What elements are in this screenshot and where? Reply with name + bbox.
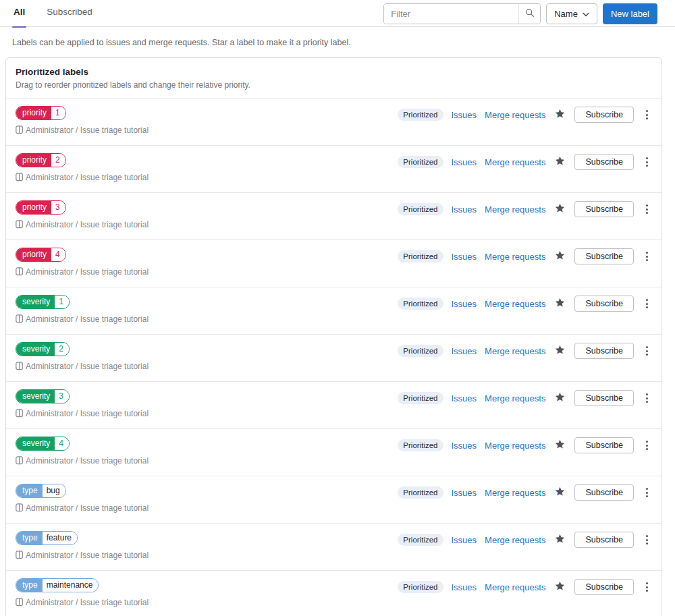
scoped-label[interactable]: type maintenance <box>16 578 99 592</box>
kebab-menu-icon[interactable] <box>642 391 652 405</box>
label-scope-value: maintenance <box>43 579 99 592</box>
star-icon <box>555 581 565 593</box>
project-path-text: Administrator / Issue triage tutorial <box>26 125 148 135</box>
scoped-label[interactable]: priority 1 <box>16 106 66 120</box>
kebab-menu-icon[interactable] <box>642 297 652 310</box>
merge-requests-link[interactable]: Merge requests <box>485 157 545 167</box>
scoped-label[interactable]: priority 4 <box>16 248 66 262</box>
issues-link[interactable]: Issues <box>452 346 477 356</box>
scoped-label[interactable]: priority 2 <box>16 153 66 167</box>
subscribe-button[interactable]: Subscribe <box>574 343 634 359</box>
issues-link[interactable]: Issues <box>452 535 477 545</box>
subscribe-button[interactable]: Subscribe <box>574 154 634 170</box>
star-button[interactable] <box>554 343 566 358</box>
scoped-label[interactable]: severity 4 <box>16 437 70 451</box>
subscribe-button[interactable]: Subscribe <box>574 484 634 501</box>
tab-all[interactable]: All <box>12 0 26 27</box>
subscribe-button[interactable]: Subscribe <box>574 201 634 217</box>
merge-requests-link[interactable]: Merge requests <box>485 488 545 498</box>
label-info: severity 4 Administrator / Issue triage … <box>16 437 154 467</box>
kebab-menu-icon[interactable] <box>642 344 652 358</box>
kebab-menu-icon[interactable] <box>642 155 652 169</box>
merge-requests-link[interactable]: Merge requests <box>485 582 545 592</box>
star-button[interactable] <box>554 296 566 311</box>
label-scope-key: severity <box>16 296 55 308</box>
issues-link[interactable]: Issues <box>452 393 477 403</box>
scoped-label[interactable]: type feature <box>16 531 78 545</box>
project-path: Administrator / Issue triage tutorial <box>16 172 154 184</box>
issues-link[interactable]: Issues <box>452 157 477 167</box>
kebab-menu-icon[interactable] <box>642 108 652 121</box>
kebab-menu-icon[interactable] <box>642 486 652 499</box>
merge-requests-link[interactable]: Merge requests <box>485 393 545 403</box>
issues-link[interactable]: Issues <box>452 110 477 120</box>
label-row: type bug Administrator / Issue triage tu… <box>6 476 662 524</box>
scoped-label[interactable]: severity 1 <box>16 295 70 309</box>
label-row: priority 3 Administrator / Issue triage … <box>6 193 662 240</box>
kebab-menu-icon[interactable] <box>642 250 652 263</box>
label-actions: Prioritized Issues Merge requests Subscr… <box>398 579 652 595</box>
label-scope-key: severity <box>16 390 55 403</box>
issues-link[interactable]: Issues <box>452 299 477 309</box>
filter-input[interactable] <box>384 4 518 24</box>
star-button[interactable] <box>554 485 566 500</box>
scoped-label[interactable]: severity 2 <box>16 342 70 356</box>
filter-input-group <box>383 3 541 24</box>
sort-dropdown[interactable]: Name <box>546 3 597 24</box>
merge-requests-link[interactable]: Merge requests <box>485 110 545 120</box>
card-header: Prioritized labels Drag to reorder prior… <box>6 58 662 99</box>
issues-link[interactable]: Issues <box>452 441 477 451</box>
scoped-label[interactable]: severity 3 <box>16 389 70 403</box>
star-button[interactable] <box>554 155 566 169</box>
project-path: Administrator / Issue triage tutorial <box>16 267 154 278</box>
project-path-text: Administrator / Issue triage tutorial <box>26 503 148 513</box>
star-button[interactable] <box>554 532 566 547</box>
label-scope-value: 1 <box>55 296 69 308</box>
issues-link[interactable]: Issues <box>452 252 477 262</box>
subscribe-button[interactable]: Subscribe <box>574 107 634 123</box>
star-button[interactable] <box>554 580 566 594</box>
merge-requests-link[interactable]: Merge requests <box>485 535 545 545</box>
label-scope-key: priority <box>16 248 51 261</box>
subscribe-button[interactable]: Subscribe <box>574 390 634 406</box>
star-button[interactable] <box>554 202 566 217</box>
subscribe-button[interactable]: Subscribe <box>574 296 634 312</box>
kebab-menu-icon[interactable] <box>642 439 652 452</box>
subscribe-button[interactable]: Subscribe <box>574 532 634 548</box>
project-path-text: Administrator / Issue triage tutorial <box>26 362 148 371</box>
star-button[interactable] <box>554 438 566 453</box>
label-actions: Prioritized Issues Merge requests Subscr… <box>398 343 652 359</box>
label-actions: Prioritized Issues Merge requests Subscr… <box>398 296 652 312</box>
merge-requests-link[interactable]: Merge requests <box>485 252 545 262</box>
label-actions: Prioritized Issues Merge requests Subscr… <box>398 201 652 217</box>
subscribe-button[interactable]: Subscribe <box>574 579 634 595</box>
issues-link[interactable]: Issues <box>452 488 477 498</box>
label-info: type feature Administrator / Issue triag… <box>16 531 154 561</box>
star-button[interactable] <box>554 107 566 122</box>
scoped-label[interactable]: priority 3 <box>16 200 66 215</box>
kebab-menu-icon[interactable] <box>642 533 652 547</box>
star-button[interactable] <box>554 391 566 405</box>
issues-link[interactable]: Issues <box>452 582 477 592</box>
kebab-menu-icon[interactable] <box>642 202 652 216</box>
merge-requests-link[interactable]: Merge requests <box>485 441 545 451</box>
search-button[interactable] <box>518 4 540 24</box>
issues-link[interactable]: Issues <box>452 204 477 215</box>
label-scope-value: 4 <box>55 437 69 450</box>
star-icon <box>555 250 565 262</box>
subscribe-button[interactable]: Subscribe <box>574 437 634 453</box>
tab-subscribed[interactable]: Subscribed <box>45 0 94 27</box>
subscribe-button[interactable]: Subscribe <box>574 248 634 264</box>
project-icon <box>16 314 26 324</box>
new-label-button[interactable]: New label <box>603 3 657 24</box>
label-scope-value: 2 <box>55 343 69 356</box>
star-icon <box>555 156 565 168</box>
merge-requests-link[interactable]: Merge requests <box>485 299 545 309</box>
star-icon <box>555 439 565 451</box>
merge-requests-link[interactable]: Merge requests <box>485 346 545 356</box>
merge-requests-link[interactable]: Merge requests <box>485 204 545 215</box>
star-button[interactable] <box>554 249 566 264</box>
label-actions: Prioritized Issues Merge requests Subscr… <box>398 390 652 406</box>
scoped-label[interactable]: type bug <box>16 484 66 498</box>
kebab-menu-icon[interactable] <box>642 580 652 594</box>
